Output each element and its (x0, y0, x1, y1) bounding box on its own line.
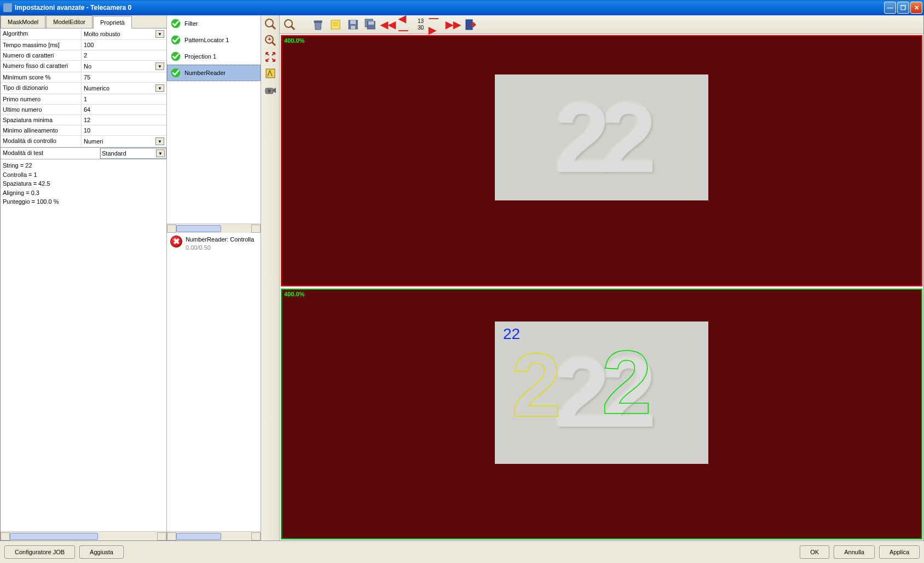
prop-value[interactable]: 100 (82, 40, 166, 50)
chevron-down-icon: ▼ (155, 137, 164, 145)
edit-tool-icon[interactable] (262, 66, 279, 81)
prop-label: Numero fisso di caratteri (1, 61, 82, 72)
pipeline-label: NumberReader (184, 70, 226, 76)
first-button[interactable]: ◀◀ (380, 17, 396, 32)
source-image: 22 (495, 74, 708, 200)
minimize-button[interactable]: — (884, 2, 896, 14)
prop-value[interactable]: 1 (82, 94, 166, 105)
prop-value[interactable]: No▼ (82, 61, 166, 72)
zoom-icon[interactable] (262, 16, 279, 32)
check-ok-icon (170, 18, 181, 29)
check-ok-icon (170, 35, 181, 45)
middle-h-scrollbar[interactable] (167, 531, 261, 541)
prop-value[interactable]: 64 (82, 105, 166, 115)
error-item: ✖ NumberReader: Controlla 0.00/0.50 (167, 233, 261, 255)
note-icon[interactable] (328, 17, 343, 32)
svg-point-4 (265, 19, 273, 27)
chevron-down-icon: ▼ (156, 150, 165, 157)
next-button[interactable]: —▶ (428, 17, 443, 32)
pipeline-step[interactable]: NumberReader (167, 65, 261, 81)
apply-button[interactable]: Applica (879, 545, 920, 559)
prop-value[interactable]: 12 (82, 115, 166, 125)
prev-button[interactable]: ◀— (398, 17, 413, 32)
tab-modeleditor[interactable]: ModelEditor (46, 15, 93, 28)
pipeline-step[interactable]: PatternLocator 1 (167, 32, 261, 48)
app-icon (3, 3, 12, 12)
svg-text:+: + (268, 36, 271, 42)
test-mode-select[interactable]: Standard ▼ (100, 148, 166, 159)
titlebar: Impostazioni avanzate - Telecamera 0 — ❐… (0, 0, 924, 15)
pipeline-step[interactable]: Filter (167, 15, 261, 32)
cancel-button[interactable]: Annulla (834, 545, 875, 559)
pipeline-label: Projection 1 (184, 53, 216, 60)
tab-properties[interactable]: Proprietà (93, 16, 132, 28)
properties-panel: MaskModel ModelEditor Proprietà Algorith… (1, 15, 167, 541)
vertical-toolbar: + (261, 15, 280, 541)
zoom-fit-icon[interactable] (262, 49, 279, 65)
bottom-bar: Configuratore JOB Aggiusta OK Annulla Ap… (0, 541, 924, 562)
svg-line-7 (272, 42, 275, 45)
prop-value[interactable]: 2 (82, 50, 166, 61)
svg-point-11 (268, 89, 271, 93)
check-ok-icon (170, 67, 181, 78)
chevron-down-icon: ▼ (155, 30, 164, 38)
svg-rect-15 (331, 20, 340, 29)
test-mode-label: Modalità di test (1, 148, 100, 159)
check-ok-icon (170, 51, 181, 62)
error-title: NumberReader: Controlla (186, 235, 254, 244)
prop-label: Minimo allineamento (1, 125, 82, 136)
tree-h-scrollbar[interactable] (167, 223, 261, 233)
viewport-bottom[interactable]: 400.0% 22 22 2 2 (281, 289, 922, 540)
window-title: Impostazioni avanzate - Telecamera 0 (15, 4, 131, 12)
svg-rect-23 (368, 21, 374, 25)
zoom-label-bottom: 400.0% (284, 291, 304, 297)
tab-maskmodel[interactable]: MaskModel (1, 15, 45, 28)
svg-line-5 (272, 26, 275, 29)
zoom-label-top: 400.0% (284, 37, 304, 44)
detection-label: 22 (503, 325, 520, 343)
trash-icon[interactable] (310, 17, 326, 32)
svg-rect-14 (314, 21, 322, 22)
svg-point-12 (285, 20, 292, 27)
svg-rect-20 (351, 26, 355, 29)
pipeline-label: PatternLocator 1 (184, 37, 229, 43)
prop-label: Algorithm (1, 28, 82, 40)
pipeline-label: Filter (184, 20, 198, 27)
error-subtitle: 0.00/0.50 (186, 244, 254, 252)
viewport-top[interactable]: 400.0% 22 (281, 35, 922, 286)
close-button[interactable]: ✕ (910, 2, 922, 14)
maximize-button[interactable]: ❐ (897, 2, 909, 14)
prop-label: Modalità di controllo (1, 136, 82, 147)
last-button[interactable]: ▶▶ (446, 17, 461, 32)
svg-line-13 (291, 26, 294, 30)
prop-label: Tipo di dizionario (1, 83, 82, 94)
adjust-button[interactable]: Aggiusta (79, 545, 124, 559)
save-icon[interactable] (345, 17, 361, 32)
prop-value[interactable]: Numerico▼ (82, 83, 166, 94)
frame-counter: 13 30 (415, 18, 426, 31)
left-h-scrollbar[interactable] (1, 531, 166, 541)
image-panel: + ◀◀ ◀— 13 30 —▶ ▶▶ (261, 15, 923, 541)
exit-icon[interactable] (463, 17, 478, 32)
svg-rect-9 (266, 69, 275, 78)
error-icon: ✖ (170, 235, 182, 248)
prop-value[interactable]: 75 (82, 72, 166, 83)
chevron-down-icon: ▼ (155, 62, 164, 70)
ok-button[interactable]: OK (800, 545, 829, 559)
svg-rect-19 (350, 20, 356, 24)
prop-label: Spaziatura minima (1, 115, 82, 125)
pipeline-step[interactable]: Projection 1 (167, 48, 261, 65)
prop-value[interactable]: Molto robusto▼ (82, 28, 166, 40)
save-all-icon[interactable] (363, 17, 378, 32)
prop-label: Primo numero (1, 94, 82, 105)
pipeline-panel: FilterPatternLocator 1Projection 1Number… (167, 15, 261, 541)
zoom-in-icon[interactable]: + (262, 33, 279, 48)
zoom-tool-icon[interactable] (282, 17, 297, 32)
prop-label: Ultimo numero (1, 105, 82, 115)
job-config-button[interactable]: Configuratore JOB (4, 545, 75, 559)
prop-value[interactable]: 10 (82, 125, 166, 136)
prop-label: Minimum score % (1, 72, 82, 83)
prop-value[interactable]: Numeri▼ (82, 136, 166, 147)
camera-icon[interactable] (262, 82, 279, 97)
prop-label: Numero di caratteri (1, 50, 82, 61)
